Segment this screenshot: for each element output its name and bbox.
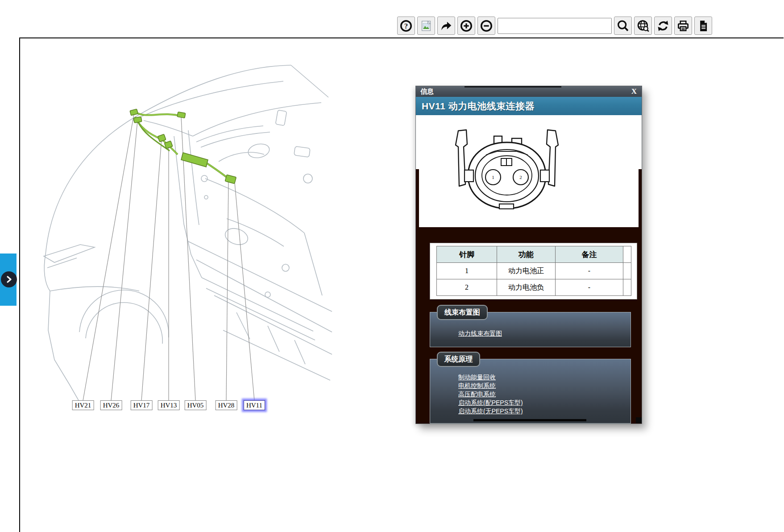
connector-label-hv11[interactable]: HV11 [244,400,265,410]
connector-label-hv13[interactable]: HV13 [158,400,180,410]
pin-table-header: 功能 [497,246,556,263]
connector-label-hv17[interactable]: HV17 [131,400,153,410]
car-body-diagram [27,45,339,415]
titlebar-notch [465,86,561,87]
image-side-strip-right [639,169,642,227]
document-button[interactable] [694,17,712,35]
scrollbar-corner [636,417,642,423]
search-button[interactable] [614,17,632,35]
car-line-art [44,65,332,408]
remark-cell: - [556,279,623,296]
popup-title: 信息 [420,86,434,97]
printer-icon [676,19,690,33]
share-button[interactable] [437,17,455,35]
image-side-strip-left [416,169,419,227]
zoom-out-button[interactable] [477,17,495,35]
info-popup: 信息 X HV11 动力电池线束连接器 [415,86,642,424]
section-badge-system-principle: 系统原理 [437,352,480,367]
section-panel-system-principle: 制动能量回收 电机控制系统 高压配电系统 启动系统(配PEPS车型) 启动系统(… [430,359,631,424]
close-button[interactable]: X [631,87,637,96]
pin-table-header-spacer [623,246,631,263]
pin-table-header: 备注 [556,246,623,263]
pin-1-label: 1 [492,175,494,180]
connector-label-hv05[interactable]: HV05 [185,400,207,410]
sidebar-expand-tab[interactable] [0,254,17,306]
remark-cell: - [556,263,623,279]
chevron-right-icon [1,271,17,287]
spacer-cell [623,263,631,279]
popup-header-text: HV11 动力电池线束连接器 [422,97,535,115]
function-cell: 动力电池负 [497,279,556,296]
question-circle-icon: ? [399,19,413,33]
pin-cell: 2 [437,279,497,296]
search-input[interactable] [498,18,612,34]
table-row: 2 动力电池负 - [437,279,631,296]
connector-diagram: 1 2 [455,129,559,209]
web-search-button[interactable] [634,17,652,35]
pin-2-label: 2 [519,175,522,180]
help-button[interactable]: ? [397,17,415,35]
document-page-icon [697,19,710,33]
horizontal-scrollbar-thumb[interactable] [473,419,586,421]
connector-image-area: 1 2 [416,115,642,227]
pin-table: 针脚 功能 备注 1 动力电池正 - 2 动力电池负 - [436,246,631,296]
share-arrow-icon [440,19,453,33]
toolbar: ? [397,17,712,35]
refresh-button[interactable] [654,17,672,35]
magnifier-icon [616,19,630,33]
pin-table-header: 针脚 [437,246,497,263]
popup-titlebar: 信息 X [416,86,642,97]
globe-magnifier-icon [636,19,650,33]
popup-header: HV11 动力电池线束连接器 [416,97,642,115]
zoom-in-button[interactable] [457,17,475,35]
app-window: ? [0,0,784,532]
svg-text:?: ? [404,22,408,30]
link-motor-control-system[interactable]: 电机控制系统 [458,382,523,390]
section-badge-harness-layout: 线束布置图 [437,305,488,320]
link-hv-distribution-system[interactable]: 高压配电系统 [458,390,523,399]
pin-table-container: 针脚 功能 备注 1 动力电池正 - 2 动力电池负 - [430,243,637,299]
connector-label-hv21[interactable]: HV21 [72,400,94,410]
print-button[interactable] [674,17,692,35]
image-placeholder-icon [419,19,433,33]
function-cell: 动力电池正 [497,263,556,279]
connector-label-hv28[interactable]: HV28 [216,400,237,410]
table-row: 1 动力电池正 - [437,263,631,279]
link-power-harness-layout[interactable]: 动力线束布置图 [458,330,502,338]
spacer-cell [623,279,631,296]
sync-arrows-icon [656,19,670,33]
image-button[interactable] [417,17,435,35]
link-start-system-peps[interactable]: 启动系统(配PEPS车型) [458,399,523,407]
link-start-system-no-peps[interactable]: 启动系统(无PEPS车型) [458,407,523,416]
minus-circle-icon [480,19,493,33]
link-brake-energy-recovery[interactable]: 制动能量回收 [458,373,523,382]
connector-label-hv26[interactable]: HV26 [100,400,122,410]
leader-lines [83,115,254,400]
harness-highlight [130,109,236,183]
pin-cell: 1 [437,263,497,279]
plus-circle-icon [460,19,473,33]
